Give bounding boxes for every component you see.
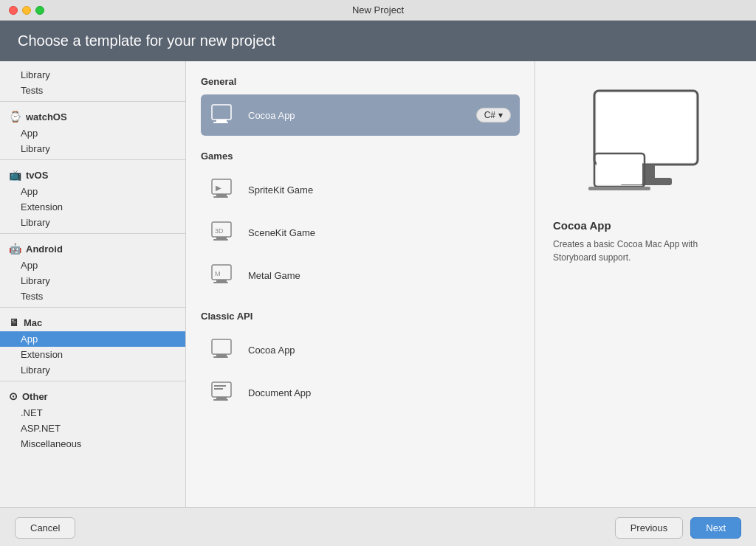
preview-description: Creates a basic Cocoa Mac App with Story… [553, 238, 738, 264]
svg-rect-9 [213, 239, 228, 241]
svg-rect-0 [212, 105, 231, 120]
sidebar-item-tests[interactable]: Tests [0, 83, 185, 98]
spritekit-icon: ▶ [210, 175, 239, 204]
svg-text:3D: 3D [215, 227, 224, 235]
template-cocoa-app-general[interactable]: Cocoa App C# ▾ [201, 94, 520, 136]
svg-rect-20 [213, 399, 228, 401]
sidebar-divider-4 [0, 307, 185, 308]
preview-illustration [572, 83, 720, 204]
main-layout: Library Tests ⌚ watchOS App Library 📺 tv… [0, 61, 756, 507]
footer-right: Previous Next [615, 517, 741, 539]
svg-rect-24 [597, 93, 695, 162]
sidebar-item-mac-app[interactable]: App [0, 331, 185, 347]
document-app-icon [210, 378, 239, 407]
svg-text:M: M [215, 270, 221, 277]
template-scenekit-game[interactable]: 3D SceneKit Game [201, 212, 520, 253]
sidebar-item-net[interactable]: .NET [0, 405, 185, 421]
sidebar-section-tvos: 📺 tvOS [0, 163, 185, 184]
close-button[interactable] [9, 6, 18, 15]
section-label-general: General [201, 76, 520, 87]
svg-rect-29 [588, 187, 650, 190]
template-document-app[interactable]: Document App [201, 372, 520, 413]
android-icon: 🤖 [9, 243, 21, 255]
next-button[interactable]: Next [690, 517, 741, 539]
sidebar-divider-3 [0, 233, 185, 234]
svg-text:▶: ▶ [216, 184, 221, 192]
minimize-button[interactable] [22, 6, 31, 15]
classic-api-templates: Cocoa App Document App [201, 329, 520, 413]
games-templates: ▶ SpriteKit Game 3D SceneKit Game [201, 169, 520, 296]
svg-rect-21 [214, 385, 226, 387]
template-spritekit-game[interactable]: ▶ SpriteKit Game [201, 169, 520, 210]
footer: Cancel Previous Next [0, 507, 756, 546]
content-area: General Cocoa App C# ▾ Games [186, 61, 535, 507]
svg-rect-17 [213, 356, 228, 358]
watchos-icon: ⌚ [9, 111, 21, 122]
sidebar-divider-5 [0, 381, 185, 381]
sidebar-section-android: 🤖 Android [0, 237, 185, 258]
section-label-games: Games [201, 151, 520, 162]
mac-label: Mac [24, 317, 42, 328]
metal-icon: M [210, 260, 239, 290]
watchos-label: watchOS [26, 111, 67, 122]
tvos-icon: 📺 [9, 169, 21, 181]
svg-rect-4 [216, 194, 227, 196]
other-label: Other [22, 391, 48, 402]
cocoa-app-classic-name: Cocoa App [248, 345, 511, 356]
cocoa-app-general-icon [210, 100, 239, 130]
sidebar-item-android-app[interactable]: App [0, 258, 185, 273]
window-title: New Project [352, 4, 404, 15]
cocoa-app-general-name: Cocoa App [248, 110, 467, 121]
lang-picker[interactable]: C# ▾ [476, 108, 511, 122]
template-cocoa-app-classic[interactable]: Cocoa App [201, 329, 520, 370]
sidebar-section-watchos: ⌚ watchOS [0, 105, 185, 125]
svg-rect-5 [213, 196, 228, 198]
svg-rect-28 [597, 156, 642, 184]
sidebar-section-mac: 🖥 Mac [0, 311, 185, 331]
document-app-name: Document App [248, 387, 511, 398]
zoom-button[interactable] [35, 6, 44, 15]
template-metal-game[interactable]: M Metal Game [201, 255, 520, 296]
header-text: Choose a template for your new project [18, 32, 275, 49]
sidebar-section-other: ⊙ Other [0, 384, 185, 405]
sidebar-item-aspnet[interactable]: ASP.NET [0, 421, 185, 436]
preview-title: Cocoa App [553, 219, 611, 232]
sidebar-item-watchos-library[interactable]: Library [0, 141, 185, 156]
svg-rect-16 [216, 354, 227, 356]
sidebar-item-tvos-library[interactable]: Library [0, 215, 185, 230]
svg-rect-19 [216, 397, 227, 399]
svg-rect-12 [216, 280, 227, 282]
sidebar-divider-2 [0, 159, 185, 160]
lang-label: C# [484, 110, 495, 120]
mac-icon: 🖥 [9, 317, 19, 328]
svg-rect-3 [212, 179, 231, 194]
section-label-classic-api: Classic API [201, 311, 520, 322]
svg-rect-15 [212, 339, 231, 354]
sidebar-item-miscellaneous[interactable]: Miscellaneous [0, 436, 185, 452]
lang-chevron-icon: ▾ [498, 110, 503, 120]
sidebar-item-library[interactable]: Library [0, 67, 185, 83]
android-label: Android [26, 243, 63, 255]
sidebar-item-tvos-app[interactable]: App [0, 184, 185, 199]
svg-rect-13 [213, 282, 228, 283]
title-bar: New Project [0, 0, 756, 21]
sidebar-item-mac-extension[interactable]: Extension [0, 347, 185, 362]
sidebar-item-mac-library[interactable]: Library [0, 362, 185, 378]
previous-button[interactable]: Previous [615, 517, 684, 539]
metal-name: Metal Game [248, 270, 511, 281]
svg-rect-22 [214, 388, 223, 390]
svg-rect-8 [216, 237, 227, 239]
general-templates: Cocoa App C# ▾ [201, 94, 520, 136]
traffic-lights [9, 6, 44, 15]
sidebar-item-android-library[interactable]: Library [0, 273, 185, 288]
other-icon: ⊙ [9, 390, 18, 402]
scenekit-name: SceneKit Game [248, 227, 511, 238]
scenekit-icon: 3D [210, 218, 239, 247]
tvos-label: tvOS [26, 170, 48, 181]
sidebar-item-android-tests[interactable]: Tests [0, 288, 185, 304]
cancel-button[interactable]: Cancel [15, 517, 75, 539]
svg-rect-2 [213, 122, 228, 123]
sidebar-item-watchos-app[interactable]: App [0, 125, 185, 141]
sidebar-item-tvos-extension[interactable]: Extension [0, 199, 185, 215]
cocoa-app-classic-icon [210, 335, 239, 364]
